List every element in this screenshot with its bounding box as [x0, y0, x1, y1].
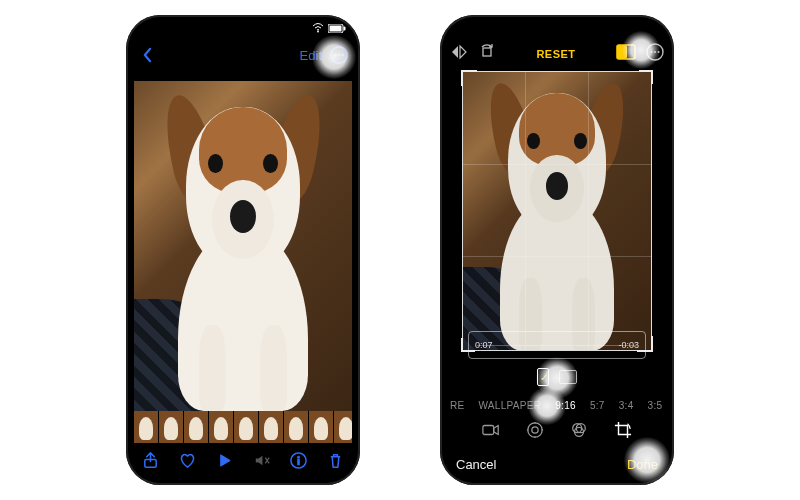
thumbnail[interactable]: [134, 411, 158, 443]
svg-rect-14: [617, 45, 627, 59]
thumbnail[interactable]: [284, 411, 308, 443]
ratio-option[interactable]: WALLPAPER: [479, 400, 542, 411]
info-button[interactable]: [289, 451, 308, 474]
status-bar: [126, 21, 360, 37]
svg-point-18: [658, 51, 660, 53]
ratio-option[interactable]: 3:5: [648, 400, 663, 411]
viewer-toolbar: [126, 445, 360, 479]
ratio-option-selected[interactable]: 9:16: [555, 400, 576, 411]
trash-button[interactable]: [326, 451, 345, 474]
rotate-button[interactable]: [478, 43, 496, 65]
svg-rect-19: [483, 426, 494, 435]
svg-rect-11: [298, 459, 300, 465]
aspect-ratio-button[interactable]: [616, 44, 636, 64]
orientation-landscape[interactable]: [559, 370, 577, 384]
battery-icon: [328, 24, 346, 35]
svg-point-5: [334, 54, 336, 56]
mute-button[interactable]: [252, 451, 271, 474]
thumbnail[interactable]: [159, 411, 183, 443]
svg-rect-2: [330, 25, 342, 31]
play-button[interactable]: [215, 451, 234, 474]
orientation-portrait[interactable]: ✓: [537, 368, 549, 386]
photo-viewport[interactable]: [134, 81, 352, 411]
thumbnail[interactable]: [209, 411, 233, 443]
crop-stage[interactable]: [462, 71, 652, 351]
orientation-toggle: ✓: [440, 365, 674, 389]
editor-top-nav: RESET: [440, 39, 674, 69]
more-button[interactable]: [328, 44, 350, 66]
wifi-icon: [312, 23, 324, 35]
video-scrubber[interactable]: 0:07 -0:03: [468, 331, 646, 359]
edit-mode-row: [440, 419, 674, 445]
ratio-option[interactable]: 3:4: [619, 400, 634, 411]
thumbnail[interactable]: [259, 411, 283, 443]
svg-point-17: [654, 51, 656, 53]
svg-rect-3: [344, 26, 346, 30]
svg-point-21: [532, 427, 538, 433]
thumbnail[interactable]: [234, 411, 258, 443]
mode-adjust[interactable]: [526, 421, 544, 443]
mode-filters[interactable]: [570, 421, 588, 443]
ratio-option[interactable]: RE: [450, 400, 465, 411]
share-button[interactable]: [141, 451, 160, 474]
svg-point-0: [317, 31, 319, 33]
svg-point-16: [651, 51, 653, 53]
favorite-button[interactable]: [178, 451, 197, 474]
back-button[interactable]: [136, 44, 158, 66]
svg-point-7: [342, 54, 344, 56]
ratio-option[interactable]: 5:7: [590, 400, 605, 411]
more-button[interactable]: [646, 43, 664, 65]
mode-crop[interactable]: [614, 421, 632, 443]
done-button[interactable]: Done: [627, 457, 658, 472]
svg-point-20: [528, 423, 542, 437]
svg-point-6: [338, 54, 340, 56]
phone-viewer: Edit: [126, 15, 360, 485]
aspect-ratio-row[interactable]: RE WALLPAPER 9:16 5:7 3:4 3:5: [440, 393, 674, 417]
svg-rect-12: [483, 48, 491, 56]
mode-video[interactable]: [482, 421, 500, 443]
viewer-top-nav: Edit: [126, 41, 360, 69]
cancel-button[interactable]: Cancel: [456, 457, 496, 472]
flip-button[interactable]: [450, 44, 468, 64]
edit-button[interactable]: Edit: [300, 48, 322, 63]
phone-editor: RESET 0:07 -0:03 ✓: [440, 15, 674, 485]
thumbnail[interactable]: [334, 411, 352, 443]
editor-bottom-bar: Cancel Done: [440, 451, 674, 477]
thumbnail[interactable]: [184, 411, 208, 443]
reset-button[interactable]: RESET: [536, 48, 575, 60]
svg-point-10: [297, 456, 299, 458]
crop-grid[interactable]: [462, 71, 652, 351]
thumbnail[interactable]: [309, 411, 333, 443]
thumbnail-strip[interactable]: [134, 411, 352, 443]
